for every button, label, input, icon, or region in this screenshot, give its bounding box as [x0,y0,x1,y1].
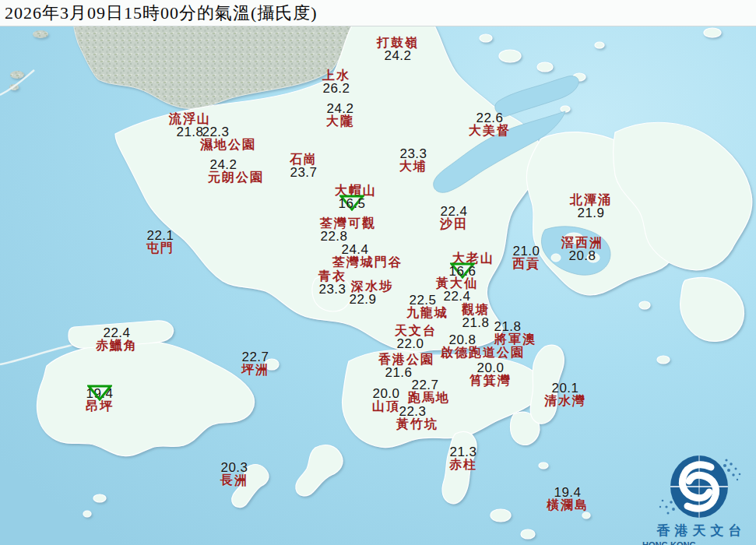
station-temperature-value: 20.8 [448,333,476,346]
station-temperature-value: 22.1 [146,229,174,242]
station: 荃灣可觀 22.8 [320,217,376,244]
station-name: 九龍城 [406,307,448,319]
station-temperature-value: 26.2 [322,82,350,95]
hko-logo-text-zh: 香港天文台 [652,522,747,540]
station-temperature-value: 21.0 [512,244,540,258]
station-name: 香港公園 [378,353,434,366]
station-name: 啟德跑道公園 [441,346,525,359]
station: 大美督 22.6 [469,111,511,138]
station-temperature-value: 22.9 [349,293,376,306]
station-temperature-value: 22.7 [411,378,438,392]
station-name: 清水灣 [544,395,586,407]
station-temperature-value: 23.3 [399,147,427,160]
station: 橫瀾島 19.4 [547,486,589,512]
station-temperature-value: 20.1 [551,382,578,395]
station-temperature-value: 20.0 [372,387,399,400]
station-temperature-value: 19.4 [554,486,581,499]
station: 昂坪 19.4 [86,387,114,413]
station-name: 觀塘 [462,304,490,316]
station-temperature-value: 21.8 [494,320,521,333]
station-temperature-value: 20.3 [220,461,248,474]
station-name: 滘西洲 [561,237,603,249]
station: 大老山 16.6 [452,252,494,279]
station: 石崗 23.7 [290,153,318,180]
station-temperature-value: 24.2 [384,49,411,62]
station-temperature-value: 24.2 [209,158,237,171]
station: 沙田 22.4 [440,205,468,231]
hko-logo-text-en: HONG KONG OBSERVATORY [642,540,756,545]
station-temperature-value: 22.4 [103,326,130,339]
station-name: 黃大仙 [436,277,478,290]
station-temperature-value: 20.0 [476,361,504,374]
station: 滘西洲 20.8 [561,237,603,263]
station-temperature-value: 23.7 [290,166,317,179]
station: 西貢 21.0 [512,244,540,271]
station: 清水灣 20.1 [544,382,586,408]
station-name: 黃竹坑 [396,418,438,431]
station: 大隴 24.2 [326,102,354,128]
station-name: 筲箕灣 [469,374,512,387]
station-name: 天文台 [395,325,437,337]
station-name: 長洲 [220,474,248,487]
station-temperature-value: 21.8 [462,316,489,329]
station: 赤柱 21.3 [449,445,477,472]
station-name: 荃灣城門谷 [332,256,403,269]
station-name: 赤鱲角 [96,339,138,352]
station-name: 大老山 [452,252,494,265]
station-name: 深水埗 [351,280,393,293]
station: 跑馬地 22.7 [408,378,450,405]
station: 打鼓嶺 24.2 [377,37,419,63]
station-name: 濕地公園 [200,139,256,151]
station-temperature-value: 24.2 [326,102,353,115]
station-name: 西貢 [512,258,540,270]
station: 深水埗 22.9 [351,280,393,307]
station-name: 橫瀾島 [547,499,589,512]
station-name: 坪洲 [241,364,269,376]
station: 大埔 23.3 [399,147,427,174]
station: 濕地公園 22.3 [200,125,256,152]
station: 黃竹坑 22.3 [396,405,438,431]
station-name: 昂坪 [86,400,114,413]
station: 屯門 22.1 [146,229,174,255]
station-name: 屯門 [146,242,174,255]
station: 荃灣城門谷 24.4 [332,243,403,269]
hko-logo-icon [642,454,756,520]
page-title: 2026年3月09日15時00分的氣溫(攝氏度) [0,2,318,25]
station: 上水 26.2 [322,69,350,96]
station: 坪洲 22.7 [241,350,269,377]
station-name: 元朗公園 [208,171,264,184]
station-name: 大帽山 [335,185,377,197]
station-temperature-value: 22.0 [396,337,424,350]
station-name: 大埔 [399,160,427,173]
station-temperature-value: 21.9 [577,206,604,220]
station: 九龍城 22.5 [406,294,448,320]
station-temperature-value: 22.6 [476,111,503,125]
station-temperature-value: 22.3 [202,125,229,139]
station-temperature-value: 23.3 [318,283,346,296]
station-name: 跑馬地 [408,392,450,404]
title-bar: 2026年3月09日15時00分的氣溫(攝氏度) [0,0,756,26]
station: 北潭涌 21.9 [570,194,612,220]
station-name: 上水 [322,69,350,82]
station: 觀塘 21.8 [462,304,490,330]
hko-logo: 香港天文台 HONG KONG OBSERVATORY [642,454,756,545]
station: 啟德跑道公園 20.8 [441,333,525,360]
station-name: 大隴 [326,115,354,128]
station: 香港公園 21.6 [378,353,434,380]
station-temperature-value: 22.3 [399,405,426,418]
station-name: 沙田 [440,218,468,230]
station-temperature-value: 22.4 [440,205,467,218]
station: 青衣 23.3 [318,270,346,297]
station-name: 青衣 [318,270,346,283]
station-name: 流浮山 [169,113,211,125]
station-name: 北潭涌 [570,194,612,206]
temperature-map-screen: 2026年3月09日15時00分的氣溫(攝氏度) 打鼓嶺 24.2 上水 26.… [0,0,756,545]
station: 赤鱲角 22.4 [96,326,138,353]
station: 筲箕灣 20.0 [469,361,512,388]
station-temperature-value: 22.7 [241,350,269,364]
station: 長洲 20.3 [220,461,248,487]
station-temperature-value: 19.4 [86,387,113,400]
station-temperature-value: 24.4 [341,243,368,256]
station-name: 荃灣可觀 [320,217,376,230]
station-temperature-value: 22.5 [409,294,436,307]
